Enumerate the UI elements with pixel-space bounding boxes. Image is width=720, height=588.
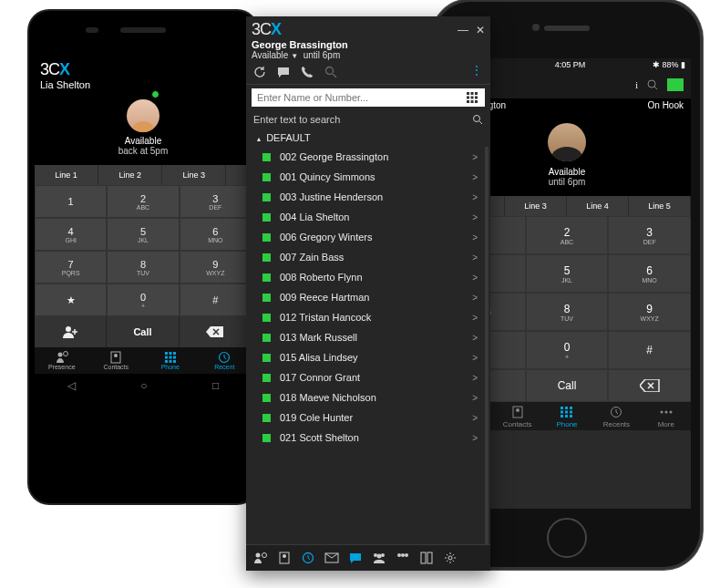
keypad-key[interactable]: 7PQRS — [35, 251, 107, 284]
keypad-key[interactable]: 6MNO — [608, 254, 691, 293]
dialpad-grid-icon[interactable] — [467, 92, 485, 103]
more-menu-icon[interactable]: ⋮ — [470, 66, 483, 75]
presence-icon[interactable] — [253, 551, 268, 565]
keypad-key[interactable]: ★ — [35, 284, 107, 316]
keypad-key[interactable]: 9WXYZ — [608, 293, 691, 331]
chevron-right-icon: > — [472, 232, 478, 242]
presence-square-icon — [262, 434, 271, 442]
back-icon[interactable]: ◁ — [67, 379, 76, 392]
keypad-key[interactable]: # — [608, 331, 691, 369]
chat-icon[interactable] — [277, 66, 290, 78]
svg-point-2 — [63, 352, 67, 356]
keypad-key[interactable]: 1 — [35, 185, 107, 218]
keypad-key[interactable]: 8TUV — [526, 293, 609, 331]
conference-icon[interactable] — [372, 551, 386, 565]
minimize-icon[interactable]: — — [458, 24, 468, 36]
keypad-key[interactable]: 9WXYZ — [180, 251, 252, 284]
desktop-status-line[interactable]: Available ▼ until 6pm — [252, 50, 485, 60]
keypad-key[interactable]: 2ABC — [107, 185, 179, 218]
contact-row[interactable]: 019 Cole Hunter> — [246, 407, 490, 428]
contact-row[interactable]: 008 Roberto Flynn> — [246, 267, 490, 287]
contact-row[interactable]: 018 Maeve Nicholson> — [246, 387, 490, 407]
contact-row[interactable]: 017 Connor Grant> — [246, 367, 490, 387]
svg-rect-11 — [165, 360, 168, 363]
line-tab[interactable]: Line 4 — [567, 196, 629, 216]
chevron-right-icon: > — [472, 152, 478, 162]
keypad-key[interactable]: 6MNO — [180, 218, 252, 251]
svg-point-43 — [256, 553, 261, 558]
status-square-icon[interactable] — [667, 78, 684, 91]
keypad-key[interactable]: # — [180, 284, 252, 316]
call-icon[interactable] — [301, 66, 314, 78]
voicemail-icon[interactable] — [324, 551, 339, 565]
queue-icon[interactable] — [396, 551, 410, 565]
android-presence-area[interactable]: Available back at 5pm — [35, 92, 252, 165]
group-header[interactable]: ▴ DEFAULT — [246, 129, 490, 147]
settings-icon[interactable] — [443, 551, 458, 565]
tab-phone[interactable]: Phone — [542, 406, 591, 428]
search-icon[interactable] — [472, 114, 483, 125]
contact-label: 007 Zain Bass — [280, 252, 344, 263]
filter-hint-text: Enter text to search — [253, 114, 340, 125]
line-tab[interactable]: Line 3 — [505, 196, 567, 216]
android-action-row: Call — [35, 316, 252, 347]
refresh-icon[interactable] — [253, 66, 266, 78]
svg-point-44 — [262, 553, 267, 558]
home-icon[interactable]: ○ — [140, 379, 147, 392]
keypad-key[interactable]: 2ABC — [526, 216, 609, 254]
contacts-icon[interactable] — [277, 551, 292, 565]
line-tab[interactable]: Line 5 — [629, 196, 691, 216]
keypad-key[interactable]: 0+ — [107, 284, 179, 316]
call-button[interactable]: Call — [107, 316, 179, 347]
tab-contacts[interactable]: Contacts — [492, 406, 541, 428]
contact-row[interactable]: 009 Reece Hartman> — [246, 287, 490, 307]
svg-point-52 — [397, 553, 401, 557]
keypad-key[interactable]: 0+ — [526, 331, 609, 369]
switchboard-icon[interactable] — [419, 551, 434, 565]
tab-presence[interactable]: Presence — [35, 347, 89, 374]
contact-row[interactable]: 003 Justine Henderson> — [246, 187, 490, 207]
overview-icon[interactable]: □ — [212, 379, 219, 392]
search-icon[interactable] — [324, 66, 337, 78]
contact-row[interactable]: 021 Scott Shelton> — [246, 428, 490, 448]
contact-label: 004 Lia Shelton — [280, 211, 349, 222]
line-tab[interactable]: Line 1 — [35, 165, 98, 185]
svg-point-54 — [405, 553, 408, 557]
keypad-key[interactable]: 4GHI — [35, 218, 107, 251]
contact-row[interactable]: 004 Lia Shelton> — [246, 207, 490, 227]
line-tab[interactable]: Line 2 — [98, 165, 162, 185]
search-input[interactable] — [252, 88, 467, 107]
tab-phone[interactable]: Phone — [143, 347, 198, 374]
keypad-key[interactable]: 5JKL — [526, 254, 609, 293]
android-phone-frame: 3CX Lia Shelton Available back at 5pm Li… — [29, 11, 257, 503]
tab-contacts[interactable]: Contacts — [89, 347, 144, 374]
keypad-key[interactable]: 3DEF — [180, 185, 252, 218]
tab-recents[interactable]: Recents — [591, 406, 641, 428]
add-contact-button[interactable] — [35, 316, 107, 347]
contact-row[interactable]: 013 Mark Russell> — [246, 327, 490, 347]
line-tab[interactable]: Line 3 — [162, 165, 226, 185]
contact-row[interactable]: 007 Zain Bass> — [246, 247, 490, 267]
call-button[interactable]: Call — [526, 369, 609, 402]
tab-recent[interactable]: Recent — [198, 347, 252, 374]
keypad-key[interactable]: 3DEF — [608, 216, 691, 254]
backspace-button[interactable] — [180, 316, 252, 347]
close-icon[interactable]: ✕ — [476, 24, 485, 36]
tab-more[interactable]: More — [642, 406, 691, 428]
tab-label: Recents — [603, 420, 630, 428]
svg-rect-5 — [165, 352, 168, 355]
contact-row[interactable]: 002 George Brassington> — [246, 147, 490, 167]
home-button[interactable] — [547, 518, 587, 558]
backspace-button[interactable] — [608, 369, 691, 402]
keypad-key[interactable]: 5JKL — [107, 218, 179, 251]
contact-row[interactable]: 001 Quincy Simmons> — [246, 167, 490, 187]
keypad-key[interactable]: 8TUV — [107, 251, 179, 284]
info-icon[interactable]: i — [635, 80, 638, 90]
contact-list[interactable]: 002 George Brassington>001 Quincy Simmon… — [246, 147, 490, 544]
contact-row[interactable]: 006 Gregory Winters> — [246, 227, 490, 247]
chat-icon[interactable] — [348, 551, 363, 565]
recents-icon[interactable] — [301, 551, 315, 565]
contact-row[interactable]: 012 Tristan Hancock> — [246, 307, 490, 327]
search-icon[interactable] — [647, 79, 658, 90]
contact-row[interactable]: 015 Alisa Lindsey> — [246, 347, 490, 367]
